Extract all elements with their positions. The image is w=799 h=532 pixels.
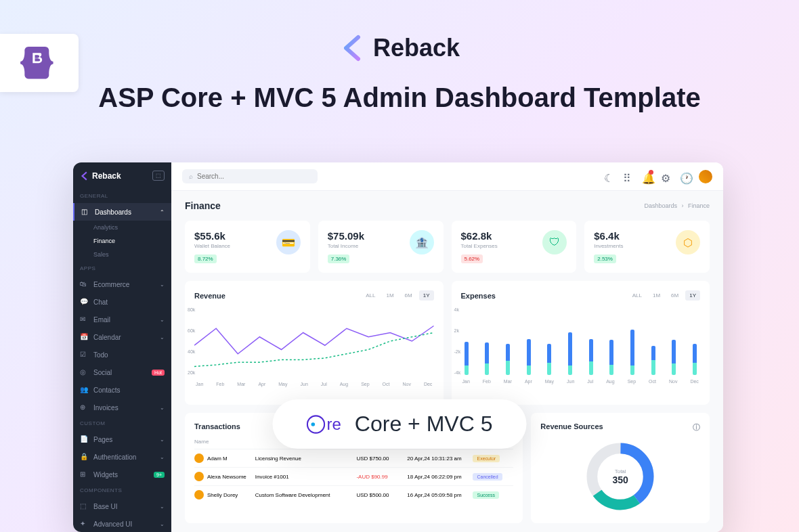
gear-icon[interactable]: ⚙: [661, 172, 670, 181]
avatar: [194, 490, 204, 500]
info-icon[interactable]: ⓘ: [693, 422, 700, 433]
chat-icon: 💬: [80, 298, 88, 306]
tagline: ASP Core + MVC 5 Admin Dashboard Templat…: [0, 83, 799, 113]
chart-tab-1Y[interactable]: 1Y: [685, 290, 700, 301]
chevron-down-icon: ⌄: [160, 521, 165, 527]
apps-icon[interactable]: ⠿: [623, 172, 632, 181]
stat-cards: $55.6k Wallet Balance 8.72% 💳 $75.09k To…: [171, 221, 723, 273]
sidebar-item-dashboards[interactable]: ◫Dashboards⌃: [73, 203, 171, 221]
table-row[interactable]: Adam M Licensing Revenue USD $750.00 20 …: [194, 449, 513, 467]
sidebar-item-baseui[interactable]: ⬚Base UI⌄: [73, 497, 171, 515]
count-badge: 9+: [154, 472, 165, 478]
chevron-down-icon: ⌄: [160, 317, 165, 323]
expenses-tabs: ALL1M6M1Y: [628, 290, 700, 301]
bag-icon: 🛍: [80, 280, 88, 288]
todo-icon: ☑: [80, 351, 88, 359]
expenses-title: Expenses: [461, 292, 496, 300]
breadcrumb-parent[interactable]: Dashboards: [644, 202, 677, 209]
sidebar: Reback ⬚ GENERAL ◫Dashboards⌃ Analytics …: [73, 162, 171, 532]
sidebar-item-todo[interactable]: ☑Todo: [73, 346, 171, 363]
baseui-icon: ⬚: [80, 502, 88, 510]
revenue-title: Revenue: [194, 292, 225, 300]
bar: [630, 330, 635, 375]
sidebar-item-calendar[interactable]: 📅Calendar⌄: [73, 328, 171, 346]
stat-value: $75.09k: [328, 230, 364, 242]
widgets-icon: ⊞: [80, 470, 88, 479]
sidebar-item-pages[interactable]: 📄Pages⌄: [73, 430, 171, 448]
chart-tab-ALL[interactable]: ALL: [628, 290, 646, 301]
breadcrumb-current: Finance: [688, 202, 710, 209]
sidebar-item-social[interactable]: ◎SocialHot: [73, 363, 171, 381]
revenue-tabs: ALL1M6M1Y: [362, 290, 433, 301]
brand-logo: Reback: [0, 34, 799, 62]
revenue-chart-card: Revenue ALL1M6M1Y 80k60k40k20k JanFebMar…: [185, 281, 444, 405]
revenue-sources-card: Revenue Sources ⓘ Total 350: [531, 413, 710, 523]
section-general: GENERAL: [73, 189, 171, 203]
bar: [464, 342, 469, 375]
topbar: ⌕ ☾ ⠿ 🔔 ⚙ 🕐: [171, 162, 723, 191]
bar: [526, 339, 532, 375]
chart-tab-1M[interactable]: 1M: [649, 290, 664, 301]
sidebar-item-chat[interactable]: 💬Chat: [73, 293, 171, 311]
hero: Reback ASP Core + MVC 5 Admin Dashboard …: [0, 0, 799, 113]
sidebar-item-advancedui[interactable]: ✦Advanced UI⌄: [73, 515, 171, 532]
avatar[interactable]: [699, 170, 712, 183]
contacts-icon: 👥: [80, 386, 88, 394]
advancedui-icon: ✦: [80, 520, 88, 528]
sidebar-item-email[interactable]: ✉Email⌄: [73, 311, 171, 328]
stat-card: $75.09k Total Income 7.36% 🏦: [318, 221, 444, 273]
sidebar-logo[interactable]: Reback: [80, 171, 121, 181]
dotnet-core-logo: re: [307, 415, 341, 434]
sidebar-item-contacts[interactable]: 👥Contacts: [73, 381, 171, 399]
status-badge: Success: [473, 491, 498, 499]
chart-tab-ALL[interactable]: ALL: [362, 290, 379, 301]
bar: [671, 340, 676, 375]
chart-tab-6M[interactable]: 6M: [667, 290, 683, 301]
brand-text: Reback: [373, 34, 460, 62]
donut-value: 350: [612, 474, 628, 485]
pill-text: Core + MVC 5: [355, 412, 493, 437]
bell-icon[interactable]: 🔔: [642, 172, 651, 181]
chart-tab-1M[interactable]: 1M: [382, 290, 397, 301]
theme-icon[interactable]: ☾: [604, 172, 613, 181]
clock-icon[interactable]: 🕐: [680, 172, 689, 181]
sidebar-sub-finance[interactable]: Finance: [73, 234, 171, 248]
search-box[interactable]: ⌕: [182, 169, 318, 183]
expenses-chart: 4k2k-2k-4k JanFebMarApr: [461, 307, 701, 395]
reback-icon: [339, 35, 366, 62]
section-apps: APPS: [73, 261, 171, 275]
sidebar-item-widgets[interactable]: ⊞Widgets9+: [73, 466, 171, 483]
topbar-icons: ☾ ⠿ 🔔 ⚙ 🕐: [604, 170, 712, 183]
avatar: [194, 472, 204, 481]
expenses-chart-card: Expenses ALL1M6M1Y 4k2k-2k-4k: [452, 281, 710, 405]
collapse-icon[interactable]: ⬚: [152, 171, 165, 181]
pages-icon: 📄: [80, 435, 88, 443]
stat-delta: 8.72%: [194, 254, 217, 263]
sidebar-item-invoices[interactable]: ⊕Invoices⌄: [73, 399, 171, 416]
bootstrap-badge: [0, 34, 79, 92]
revenue-sources-title: Revenue Sources ⓘ: [540, 422, 700, 433]
stat-label: Total Income: [328, 243, 364, 249]
main-content: ⌕ ☾ ⠿ 🔔 ⚙ 🕐 Finance Dashboards › Finance…: [171, 162, 723, 532]
card-icon: 💳: [276, 230, 301, 254]
sidebar-item-ecommerce[interactable]: 🛍Ecommerce⌄: [73, 275, 171, 293]
charts-row: Revenue ALL1M6M1Y 80k60k40k20k JanFebMar…: [171, 273, 723, 413]
svg-point-4: [311, 422, 316, 426]
bar: [692, 344, 697, 375]
breadcrumb-sep: ›: [681, 202, 683, 209]
stat-delta: 5.62%: [461, 254, 483, 263]
stat-card: $6.4k Investments 2.53% ⬡: [584, 221, 710, 273]
sidebar-sub-sales[interactable]: Sales: [73, 248, 171, 261]
table-row[interactable]: Shelly Dorey Custom Software Development…: [194, 485, 513, 504]
hot-badge: Hot: [152, 370, 165, 376]
bar: [546, 344, 552, 375]
sidebar-sub-analytics[interactable]: Analytics: [73, 221, 171, 234]
search-input[interactable]: [197, 173, 311, 180]
chart-tab-6M[interactable]: 6M: [401, 290, 416, 301]
invoice-icon: ⊕: [80, 403, 88, 412]
chart-tab-1Y[interactable]: 1Y: [419, 290, 434, 301]
table-row[interactable]: Alexa Newsome Invoice #1001 -AUD $90.99 …: [194, 467, 513, 485]
sidebar-item-auth[interactable]: 🔒Authentication⌄: [73, 448, 171, 466]
chevron-down-icon: ⌄: [160, 437, 165, 443]
status-badge: Executor: [473, 455, 500, 462]
